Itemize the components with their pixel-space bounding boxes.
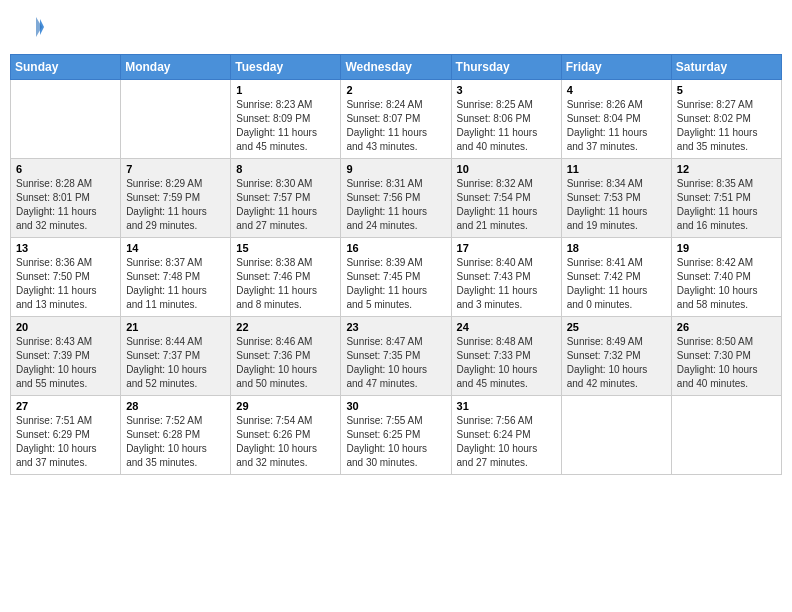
day-number: 5: [677, 84, 776, 96]
calendar-cell: 30Sunrise: 7:55 AMSunset: 6:25 PMDayligh…: [341, 396, 451, 475]
calendar-cell: 11Sunrise: 8:34 AMSunset: 7:53 PMDayligh…: [561, 159, 671, 238]
day-number: 20: [16, 321, 115, 333]
calendar-cell: 8Sunrise: 8:30 AMSunset: 7:57 PMDaylight…: [231, 159, 341, 238]
calendar-cell: 16Sunrise: 8:39 AMSunset: 7:45 PMDayligh…: [341, 238, 451, 317]
calendar-cell: 10Sunrise: 8:32 AMSunset: 7:54 PMDayligh…: [451, 159, 561, 238]
day-info: Sunrise: 7:51 AMSunset: 6:29 PMDaylight:…: [16, 414, 115, 470]
day-number: 15: [236, 242, 335, 254]
calendar-cell: [671, 396, 781, 475]
day-number: 1: [236, 84, 335, 96]
day-number: 3: [457, 84, 556, 96]
calendar-cell: 31Sunrise: 7:56 AMSunset: 6:24 PMDayligh…: [451, 396, 561, 475]
day-header-monday: Monday: [121, 55, 231, 80]
day-info: Sunrise: 8:47 AMSunset: 7:35 PMDaylight:…: [346, 335, 445, 391]
day-header-friday: Friday: [561, 55, 671, 80]
calendar-cell: 18Sunrise: 8:41 AMSunset: 7:42 PMDayligh…: [561, 238, 671, 317]
day-info: Sunrise: 8:23 AMSunset: 8:09 PMDaylight:…: [236, 98, 335, 154]
day-number: 13: [16, 242, 115, 254]
day-number: 23: [346, 321, 445, 333]
calendar-cell: 29Sunrise: 7:54 AMSunset: 6:26 PMDayligh…: [231, 396, 341, 475]
day-header-wednesday: Wednesday: [341, 55, 451, 80]
day-info: Sunrise: 7:54 AMSunset: 6:26 PMDaylight:…: [236, 414, 335, 470]
calendar-cell: 22Sunrise: 8:46 AMSunset: 7:36 PMDayligh…: [231, 317, 341, 396]
day-number: 9: [346, 163, 445, 175]
day-info: Sunrise: 8:29 AMSunset: 7:59 PMDaylight:…: [126, 177, 225, 233]
day-info: Sunrise: 8:43 AMSunset: 7:39 PMDaylight:…: [16, 335, 115, 391]
calendar-cell: 5Sunrise: 8:27 AMSunset: 8:02 PMDaylight…: [671, 80, 781, 159]
day-info: Sunrise: 8:28 AMSunset: 8:01 PMDaylight:…: [16, 177, 115, 233]
calendar-week-row: 20Sunrise: 8:43 AMSunset: 7:39 PMDayligh…: [11, 317, 782, 396]
day-number: 6: [16, 163, 115, 175]
day-number: 19: [677, 242, 776, 254]
day-number: 8: [236, 163, 335, 175]
day-info: Sunrise: 8:32 AMSunset: 7:54 PMDaylight:…: [457, 177, 556, 233]
day-info: Sunrise: 8:24 AMSunset: 8:07 PMDaylight:…: [346, 98, 445, 154]
calendar-cell: 19Sunrise: 8:42 AMSunset: 7:40 PMDayligh…: [671, 238, 781, 317]
day-number: 24: [457, 321, 556, 333]
day-info: Sunrise: 8:44 AMSunset: 7:37 PMDaylight:…: [126, 335, 225, 391]
day-number: 31: [457, 400, 556, 412]
day-number: 27: [16, 400, 115, 412]
day-info: Sunrise: 7:56 AMSunset: 6:24 PMDaylight:…: [457, 414, 556, 470]
calendar-cell: 21Sunrise: 8:44 AMSunset: 7:37 PMDayligh…: [121, 317, 231, 396]
day-number: 12: [677, 163, 776, 175]
day-header-tuesday: Tuesday: [231, 55, 341, 80]
day-number: 4: [567, 84, 666, 96]
day-number: 28: [126, 400, 225, 412]
day-info: Sunrise: 8:26 AMSunset: 8:04 PMDaylight:…: [567, 98, 666, 154]
day-number: 10: [457, 163, 556, 175]
calendar-cell: 14Sunrise: 8:37 AMSunset: 7:48 PMDayligh…: [121, 238, 231, 317]
calendar-cell: 6Sunrise: 8:28 AMSunset: 8:01 PMDaylight…: [11, 159, 121, 238]
day-info: Sunrise: 8:38 AMSunset: 7:46 PMDaylight:…: [236, 256, 335, 312]
day-number: 11: [567, 163, 666, 175]
day-info: Sunrise: 8:35 AMSunset: 7:51 PMDaylight:…: [677, 177, 776, 233]
calendar-cell: 25Sunrise: 8:49 AMSunset: 7:32 PMDayligh…: [561, 317, 671, 396]
day-info: Sunrise: 8:46 AMSunset: 7:36 PMDaylight:…: [236, 335, 335, 391]
day-info: Sunrise: 7:55 AMSunset: 6:25 PMDaylight:…: [346, 414, 445, 470]
day-number: 18: [567, 242, 666, 254]
day-number: 2: [346, 84, 445, 96]
day-number: 7: [126, 163, 225, 175]
calendar-cell: 28Sunrise: 7:52 AMSunset: 6:28 PMDayligh…: [121, 396, 231, 475]
calendar-cell: 15Sunrise: 8:38 AMSunset: 7:46 PMDayligh…: [231, 238, 341, 317]
logo-icon: [20, 15, 44, 39]
day-info: Sunrise: 8:40 AMSunset: 7:43 PMDaylight:…: [457, 256, 556, 312]
calendar-week-row: 13Sunrise: 8:36 AMSunset: 7:50 PMDayligh…: [11, 238, 782, 317]
day-info: Sunrise: 8:41 AMSunset: 7:42 PMDaylight:…: [567, 256, 666, 312]
day-info: Sunrise: 8:49 AMSunset: 7:32 PMDaylight:…: [567, 335, 666, 391]
calendar-cell: 27Sunrise: 7:51 AMSunset: 6:29 PMDayligh…: [11, 396, 121, 475]
calendar-cell: 2Sunrise: 8:24 AMSunset: 8:07 PMDaylight…: [341, 80, 451, 159]
calendar-cell: [121, 80, 231, 159]
svg-marker-1: [36, 17, 42, 37]
calendar-week-row: 6Sunrise: 8:28 AMSunset: 8:01 PMDaylight…: [11, 159, 782, 238]
day-number: 29: [236, 400, 335, 412]
day-number: 26: [677, 321, 776, 333]
calendar-cell: 3Sunrise: 8:25 AMSunset: 8:06 PMDaylight…: [451, 80, 561, 159]
day-info: Sunrise: 8:37 AMSunset: 7:48 PMDaylight:…: [126, 256, 225, 312]
day-info: Sunrise: 8:25 AMSunset: 8:06 PMDaylight:…: [457, 98, 556, 154]
day-info: Sunrise: 8:50 AMSunset: 7:30 PMDaylight:…: [677, 335, 776, 391]
day-number: 21: [126, 321, 225, 333]
calendar-cell: 7Sunrise: 8:29 AMSunset: 7:59 PMDaylight…: [121, 159, 231, 238]
day-info: Sunrise: 8:42 AMSunset: 7:40 PMDaylight:…: [677, 256, 776, 312]
calendar-cell: 9Sunrise: 8:31 AMSunset: 7:56 PMDaylight…: [341, 159, 451, 238]
calendar-cell: 24Sunrise: 8:48 AMSunset: 7:33 PMDayligh…: [451, 317, 561, 396]
day-header-saturday: Saturday: [671, 55, 781, 80]
logo: [20, 15, 46, 39]
day-info: Sunrise: 8:39 AMSunset: 7:45 PMDaylight:…: [346, 256, 445, 312]
calendar-header-row: SundayMondayTuesdayWednesdayThursdayFrid…: [11, 55, 782, 80]
day-info: Sunrise: 8:27 AMSunset: 8:02 PMDaylight:…: [677, 98, 776, 154]
calendar-cell: 20Sunrise: 8:43 AMSunset: 7:39 PMDayligh…: [11, 317, 121, 396]
day-header-sunday: Sunday: [11, 55, 121, 80]
calendar-cell: 1Sunrise: 8:23 AMSunset: 8:09 PMDaylight…: [231, 80, 341, 159]
day-number: 16: [346, 242, 445, 254]
calendar-week-row: 1Sunrise: 8:23 AMSunset: 8:09 PMDaylight…: [11, 80, 782, 159]
calendar-cell: 26Sunrise: 8:50 AMSunset: 7:30 PMDayligh…: [671, 317, 781, 396]
calendar-week-row: 27Sunrise: 7:51 AMSunset: 6:29 PMDayligh…: [11, 396, 782, 475]
calendar-cell: 17Sunrise: 8:40 AMSunset: 7:43 PMDayligh…: [451, 238, 561, 317]
day-info: Sunrise: 7:52 AMSunset: 6:28 PMDaylight:…: [126, 414, 225, 470]
day-info: Sunrise: 8:36 AMSunset: 7:50 PMDaylight:…: [16, 256, 115, 312]
calendar-cell: 4Sunrise: 8:26 AMSunset: 8:04 PMDaylight…: [561, 80, 671, 159]
calendar-cell: 13Sunrise: 8:36 AMSunset: 7:50 PMDayligh…: [11, 238, 121, 317]
day-info: Sunrise: 8:48 AMSunset: 7:33 PMDaylight:…: [457, 335, 556, 391]
